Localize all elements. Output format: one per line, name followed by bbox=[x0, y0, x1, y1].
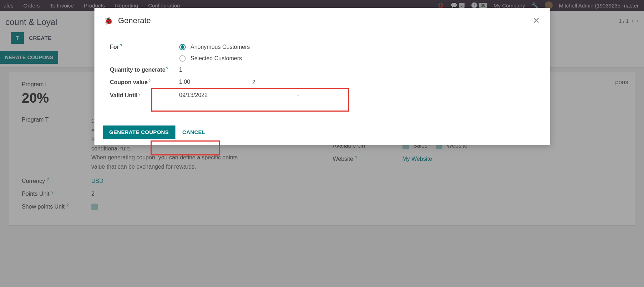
generate-modal: 🐞 Generate ✕ For? Anonymous Customers Se… bbox=[94, 8, 550, 145]
bug-icon[interactable]: 🐞 bbox=[104, 16, 113, 25]
radio-selected-label: Selected Customers bbox=[191, 55, 242, 62]
chevron-down-icon: ▾ bbox=[297, 93, 299, 97]
coupon-value-input[interactable] bbox=[179, 78, 249, 86]
coupon-value-label: Coupon value? bbox=[110, 79, 179, 86]
radio-selected[interactable] bbox=[179, 55, 186, 62]
valid-until-input[interactable] bbox=[179, 91, 300, 99]
valid-until-label: Valid Until? bbox=[110, 92, 179, 99]
quantity-value: 1 bbox=[179, 67, 182, 73]
radio-anonymous[interactable] bbox=[179, 44, 186, 50]
close-icon[interactable]: ✕ bbox=[533, 16, 540, 26]
for-label: For? bbox=[110, 44, 179, 50]
coupon-value-unit: 2 bbox=[252, 79, 255, 86]
quantity-label: Quantity to generate? bbox=[110, 67, 179, 73]
modal-title: Generate bbox=[118, 16, 151, 25]
cancel-button[interactable]: CANCEL bbox=[182, 129, 205, 135]
generate-coupons-button[interactable]: GENERATE COUPONS bbox=[103, 125, 175, 139]
radio-anonymous-label: Anonymous Customers bbox=[191, 44, 250, 50]
